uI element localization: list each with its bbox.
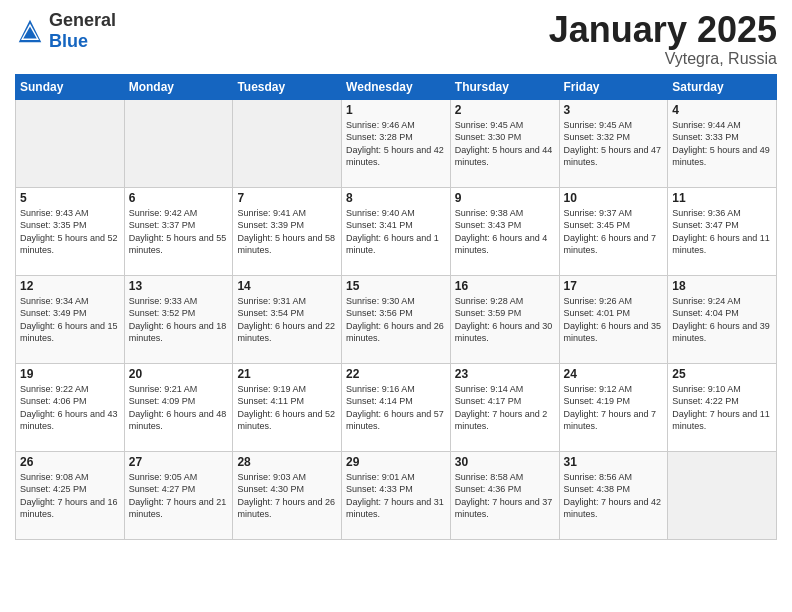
day-of-week-header: Friday <box>559 74 668 99</box>
cell-content: Sunrise: 9:01 AM Sunset: 4:33 PM Dayligh… <box>346 471 446 521</box>
calendar-cell: 1Sunrise: 9:46 AM Sunset: 3:28 PM Daylig… <box>342 99 451 187</box>
cell-content: Sunrise: 9:10 AM Sunset: 4:22 PM Dayligh… <box>672 383 772 433</box>
cell-content: Sunrise: 9:45 AM Sunset: 3:32 PM Dayligh… <box>564 119 664 169</box>
calendar-cell: 9Sunrise: 9:38 AM Sunset: 3:43 PM Daylig… <box>450 187 559 275</box>
cell-content: Sunrise: 9:12 AM Sunset: 4:19 PM Dayligh… <box>564 383 664 433</box>
cell-content: Sunrise: 9:08 AM Sunset: 4:25 PM Dayligh… <box>20 471 120 521</box>
day-number: 19 <box>20 367 120 381</box>
calendar-cell: 3Sunrise: 9:45 AM Sunset: 3:32 PM Daylig… <box>559 99 668 187</box>
logo-general: General <box>49 10 116 30</box>
cell-content: Sunrise: 9:19 AM Sunset: 4:11 PM Dayligh… <box>237 383 337 433</box>
cell-content: Sunrise: 9:24 AM Sunset: 4:04 PM Dayligh… <box>672 295 772 345</box>
day-number: 22 <box>346 367 446 381</box>
day-number: 3 <box>564 103 664 117</box>
calendar-table: SundayMondayTuesdayWednesdayThursdayFrid… <box>15 74 777 540</box>
day-of-week-header: Saturday <box>668 74 777 99</box>
calendar-cell: 8Sunrise: 9:40 AM Sunset: 3:41 PM Daylig… <box>342 187 451 275</box>
day-number: 6 <box>129 191 229 205</box>
calendar-cell: 27Sunrise: 9:05 AM Sunset: 4:27 PM Dayli… <box>124 451 233 539</box>
calendar-cell: 18Sunrise: 9:24 AM Sunset: 4:04 PM Dayli… <box>668 275 777 363</box>
day-number: 2 <box>455 103 555 117</box>
calendar-cell: 21Sunrise: 9:19 AM Sunset: 4:11 PM Dayli… <box>233 363 342 451</box>
calendar-cell: 13Sunrise: 9:33 AM Sunset: 3:52 PM Dayli… <box>124 275 233 363</box>
cell-content: Sunrise: 9:37 AM Sunset: 3:45 PM Dayligh… <box>564 207 664 257</box>
calendar-cell: 26Sunrise: 9:08 AM Sunset: 4:25 PM Dayli… <box>16 451 125 539</box>
calendar-cell: 10Sunrise: 9:37 AM Sunset: 3:45 PM Dayli… <box>559 187 668 275</box>
day-number: 15 <box>346 279 446 293</box>
calendar-cell: 12Sunrise: 9:34 AM Sunset: 3:49 PM Dayli… <box>16 275 125 363</box>
cell-content: Sunrise: 9:21 AM Sunset: 4:09 PM Dayligh… <box>129 383 229 433</box>
calendar-cell: 20Sunrise: 9:21 AM Sunset: 4:09 PM Dayli… <box>124 363 233 451</box>
page-container: General Blue January 2025 Vytegra, Russi… <box>0 0 792 550</box>
calendar-week-row: 1Sunrise: 9:46 AM Sunset: 3:28 PM Daylig… <box>16 99 777 187</box>
logo-icon <box>15 16 45 46</box>
cell-content: Sunrise: 9:22 AM Sunset: 4:06 PM Dayligh… <box>20 383 120 433</box>
calendar-week-row: 26Sunrise: 9:08 AM Sunset: 4:25 PM Dayli… <box>16 451 777 539</box>
day-of-week-header: Wednesday <box>342 74 451 99</box>
calendar-cell: 5Sunrise: 9:43 AM Sunset: 3:35 PM Daylig… <box>16 187 125 275</box>
calendar-cell <box>16 99 125 187</box>
day-number: 4 <box>672 103 772 117</box>
day-number: 28 <box>237 455 337 469</box>
day-number: 17 <box>564 279 664 293</box>
cell-content: Sunrise: 8:58 AM Sunset: 4:36 PM Dayligh… <box>455 471 555 521</box>
cell-content: Sunrise: 9:38 AM Sunset: 3:43 PM Dayligh… <box>455 207 555 257</box>
calendar-cell: 6Sunrise: 9:42 AM Sunset: 3:37 PM Daylig… <box>124 187 233 275</box>
cell-content: Sunrise: 9:40 AM Sunset: 3:41 PM Dayligh… <box>346 207 446 257</box>
calendar-cell: 31Sunrise: 8:56 AM Sunset: 4:38 PM Dayli… <box>559 451 668 539</box>
day-number: 29 <box>346 455 446 469</box>
cell-content: Sunrise: 9:03 AM Sunset: 4:30 PM Dayligh… <box>237 471 337 521</box>
cell-content: Sunrise: 9:46 AM Sunset: 3:28 PM Dayligh… <box>346 119 446 169</box>
cell-content: Sunrise: 9:16 AM Sunset: 4:14 PM Dayligh… <box>346 383 446 433</box>
day-number: 13 <box>129 279 229 293</box>
day-number: 18 <box>672 279 772 293</box>
day-number: 27 <box>129 455 229 469</box>
calendar-cell <box>124 99 233 187</box>
day-number: 11 <box>672 191 772 205</box>
cell-content: Sunrise: 9:36 AM Sunset: 3:47 PM Dayligh… <box>672 207 772 257</box>
day-number: 8 <box>346 191 446 205</box>
day-number: 5 <box>20 191 120 205</box>
day-number: 31 <box>564 455 664 469</box>
calendar-cell <box>668 451 777 539</box>
cell-content: Sunrise: 9:28 AM Sunset: 3:59 PM Dayligh… <box>455 295 555 345</box>
calendar-cell: 23Sunrise: 9:14 AM Sunset: 4:17 PM Dayli… <box>450 363 559 451</box>
cell-content: Sunrise: 9:30 AM Sunset: 3:56 PM Dayligh… <box>346 295 446 345</box>
calendar-cell: 7Sunrise: 9:41 AM Sunset: 3:39 PM Daylig… <box>233 187 342 275</box>
calendar-cell: 2Sunrise: 9:45 AM Sunset: 3:30 PM Daylig… <box>450 99 559 187</box>
month-title: January 2025 <box>549 10 777 50</box>
cell-content: Sunrise: 9:41 AM Sunset: 3:39 PM Dayligh… <box>237 207 337 257</box>
calendar-cell: 30Sunrise: 8:58 AM Sunset: 4:36 PM Dayli… <box>450 451 559 539</box>
calendar-cell: 14Sunrise: 9:31 AM Sunset: 3:54 PM Dayli… <box>233 275 342 363</box>
day-number: 16 <box>455 279 555 293</box>
calendar-cell: 22Sunrise: 9:16 AM Sunset: 4:14 PM Dayli… <box>342 363 451 451</box>
cell-content: Sunrise: 8:56 AM Sunset: 4:38 PM Dayligh… <box>564 471 664 521</box>
calendar-week-row: 5Sunrise: 9:43 AM Sunset: 3:35 PM Daylig… <box>16 187 777 275</box>
calendar-cell: 11Sunrise: 9:36 AM Sunset: 3:47 PM Dayli… <box>668 187 777 275</box>
calendar-cell: 28Sunrise: 9:03 AM Sunset: 4:30 PM Dayli… <box>233 451 342 539</box>
cell-content: Sunrise: 9:33 AM Sunset: 3:52 PM Dayligh… <box>129 295 229 345</box>
day-number: 23 <box>455 367 555 381</box>
day-number: 25 <box>672 367 772 381</box>
cell-content: Sunrise: 9:31 AM Sunset: 3:54 PM Dayligh… <box>237 295 337 345</box>
location-subtitle: Vytegra, Russia <box>549 50 777 68</box>
cell-content: Sunrise: 9:44 AM Sunset: 3:33 PM Dayligh… <box>672 119 772 169</box>
header: General Blue January 2025 Vytegra, Russi… <box>15 10 777 68</box>
day-number: 24 <box>564 367 664 381</box>
day-number: 21 <box>237 367 337 381</box>
day-of-week-header: Monday <box>124 74 233 99</box>
cell-content: Sunrise: 9:34 AM Sunset: 3:49 PM Dayligh… <box>20 295 120 345</box>
day-number: 9 <box>455 191 555 205</box>
day-number: 10 <box>564 191 664 205</box>
day-number: 20 <box>129 367 229 381</box>
logo: General Blue <box>15 10 116 52</box>
day-number: 1 <box>346 103 446 117</box>
cell-content: Sunrise: 9:26 AM Sunset: 4:01 PM Dayligh… <box>564 295 664 345</box>
calendar-header-row: SundayMondayTuesdayWednesdayThursdayFrid… <box>16 74 777 99</box>
calendar-cell: 4Sunrise: 9:44 AM Sunset: 3:33 PM Daylig… <box>668 99 777 187</box>
title-block: January 2025 Vytegra, Russia <box>549 10 777 68</box>
calendar-week-row: 19Sunrise: 9:22 AM Sunset: 4:06 PM Dayli… <box>16 363 777 451</box>
day-number: 30 <box>455 455 555 469</box>
calendar-cell: 15Sunrise: 9:30 AM Sunset: 3:56 PM Dayli… <box>342 275 451 363</box>
cell-content: Sunrise: 9:42 AM Sunset: 3:37 PM Dayligh… <box>129 207 229 257</box>
